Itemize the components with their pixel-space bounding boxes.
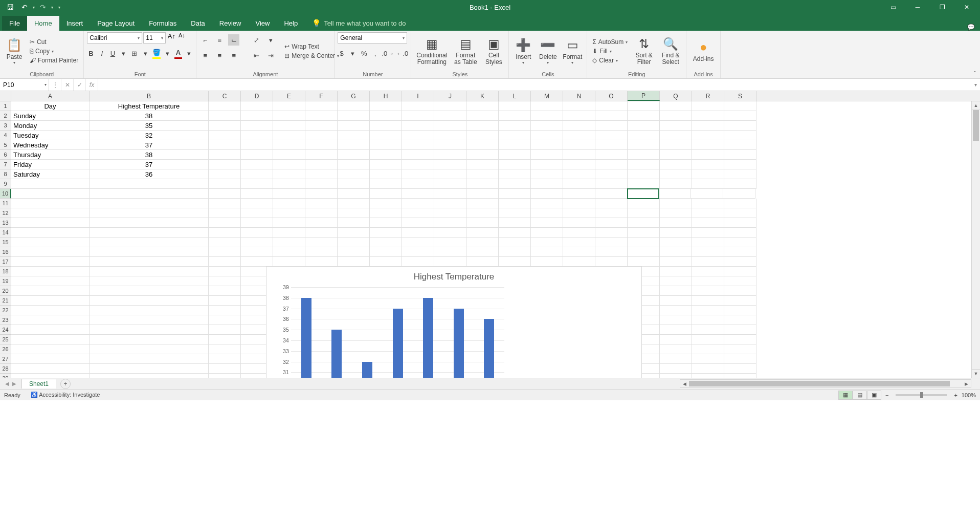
cell-M8[interactable]	[531, 169, 563, 179]
chart-bar[interactable]	[393, 309, 403, 378]
cell-L6[interactable]	[499, 150, 531, 160]
cell-C2[interactable]	[209, 111, 241, 121]
cell-J6[interactable]	[434, 150, 466, 160]
cell-R27[interactable]	[692, 354, 724, 364]
cell-B11[interactable]	[90, 199, 209, 208]
tab-formulas[interactable]: Formulas	[142, 16, 184, 31]
row-header-10[interactable]: 10	[0, 189, 11, 199]
scroll-right-icon[interactable]: ▶	[962, 380, 971, 387]
cell-L5[interactable]	[499, 140, 531, 150]
cell-D3[interactable]	[241, 121, 273, 131]
border-dropdown-icon[interactable]: ▾	[141, 48, 149, 59]
row-header-19[interactable]: 19	[0, 276, 11, 286]
cell-P7[interactable]	[628, 160, 660, 169]
cell-K16[interactable]	[466, 247, 499, 257]
cell-O14[interactable]	[595, 228, 628, 238]
cell-P16[interactable]	[628, 247, 660, 257]
sheet-tab-sheet1[interactable]: Sheet1	[21, 379, 56, 389]
cell-A29[interactable]	[11, 374, 90, 378]
cell-Q10[interactable]	[659, 189, 691, 199]
cell-A11[interactable]	[11, 199, 90, 208]
insert-cells-button[interactable]: ➕Insert▾	[512, 32, 534, 70]
cell-O4[interactable]	[595, 131, 628, 140]
cell-K10[interactable]	[466, 189, 499, 199]
increase-decimal-icon[interactable]: .0→	[382, 48, 393, 59]
cell-Q21[interactable]	[660, 296, 692, 306]
scroll-thumb[interactable]	[973, 110, 979, 141]
border-button[interactable]: ⊞	[130, 48, 138, 59]
cell-R2[interactable]	[692, 111, 724, 121]
cell-E4[interactable]	[273, 131, 305, 140]
cell-O1[interactable]	[595, 101, 628, 111]
cell-G15[interactable]	[338, 238, 370, 247]
cell-E13[interactable]	[273, 218, 305, 228]
cell-S24[interactable]	[724, 325, 756, 335]
cell-B26[interactable]	[90, 344, 209, 354]
copy-button[interactable]: ⎘Copy▾	[28, 47, 80, 55]
cell-K4[interactable]	[466, 131, 499, 140]
row-header-6[interactable]: 6	[0, 150, 11, 160]
cell-D7[interactable]	[241, 160, 273, 169]
cell-C4[interactable]	[209, 131, 241, 140]
delete-cells-button[interactable]: ➖Delete▾	[537, 32, 559, 70]
cell-B6[interactable]: 38	[90, 150, 209, 160]
cell-A14[interactable]	[11, 228, 90, 238]
cell-P5[interactable]	[628, 140, 660, 150]
cell-O2[interactable]	[595, 111, 628, 121]
cell-A24[interactable]	[11, 325, 90, 335]
cell-B27[interactable]	[90, 354, 209, 364]
zoom-slider[interactable]	[896, 394, 947, 396]
cell-C13[interactable]	[209, 218, 241, 228]
cell-Q18[interactable]	[660, 267, 692, 276]
cell-S8[interactable]	[724, 169, 756, 179]
cell-L14[interactable]	[499, 228, 531, 238]
cell-S11[interactable]	[724, 199, 756, 208]
bold-button[interactable]: B	[87, 48, 95, 59]
cell-K14[interactable]	[466, 228, 499, 238]
font-name-combo[interactable]: Calibri▾	[87, 32, 142, 44]
cell-E2[interactable]	[273, 111, 305, 121]
cell-S5[interactable]	[724, 140, 756, 150]
cell-M16[interactable]	[531, 247, 563, 257]
cell-S15[interactable]	[724, 238, 756, 247]
cell-A20[interactable]	[11, 286, 90, 296]
cell-G2[interactable]	[338, 111, 370, 121]
cell-R3[interactable]	[692, 121, 724, 131]
cell-G16[interactable]	[338, 247, 370, 257]
cell-B21[interactable]	[90, 296, 209, 306]
cell-K6[interactable]	[466, 150, 499, 160]
cell-F3[interactable]	[305, 121, 338, 131]
cell-F11[interactable]	[305, 199, 338, 208]
row-header-5[interactable]: 5	[0, 140, 11, 150]
cell-Q16[interactable]	[660, 247, 692, 257]
cell-J2[interactable]	[434, 111, 466, 121]
cell-P6[interactable]	[628, 150, 660, 160]
cell-E8[interactable]	[273, 169, 305, 179]
cell-C11[interactable]	[209, 199, 241, 208]
cell-A21[interactable]	[11, 296, 90, 306]
cell-Q26[interactable]	[660, 344, 692, 354]
cell-G14[interactable]	[338, 228, 370, 238]
cell-B17[interactable]	[90, 257, 209, 267]
underline-dropdown-icon[interactable]: ▾	[120, 48, 127, 59]
cell-F6[interactable]	[305, 150, 338, 160]
cell-B23[interactable]	[90, 315, 209, 325]
cell-H11[interactable]	[370, 199, 402, 208]
cell-B29[interactable]	[90, 374, 209, 378]
cell-S10[interactable]	[723, 189, 755, 199]
row-header-21[interactable]: 21	[0, 296, 11, 306]
currency-icon[interactable]: $	[338, 48, 346, 59]
chart-bar[interactable]	[423, 298, 433, 378]
column-header-K[interactable]: K	[466, 91, 499, 101]
cell-S29[interactable]	[724, 374, 756, 378]
cell-A22[interactable]	[11, 306, 90, 315]
cancel-formula-icon[interactable]: ✕	[61, 79, 74, 91]
cell-Q28[interactable]	[660, 364, 692, 374]
cell-J4[interactable]	[434, 131, 466, 140]
cell-E7[interactable]	[273, 160, 305, 169]
cell-R28[interactable]	[692, 364, 724, 374]
cell-H8[interactable]	[370, 169, 402, 179]
redo-dropdown-icon[interactable]: ▾	[51, 5, 53, 10]
cell-A9[interactable]	[11, 179, 90, 189]
cell-D6[interactable]	[241, 150, 273, 160]
